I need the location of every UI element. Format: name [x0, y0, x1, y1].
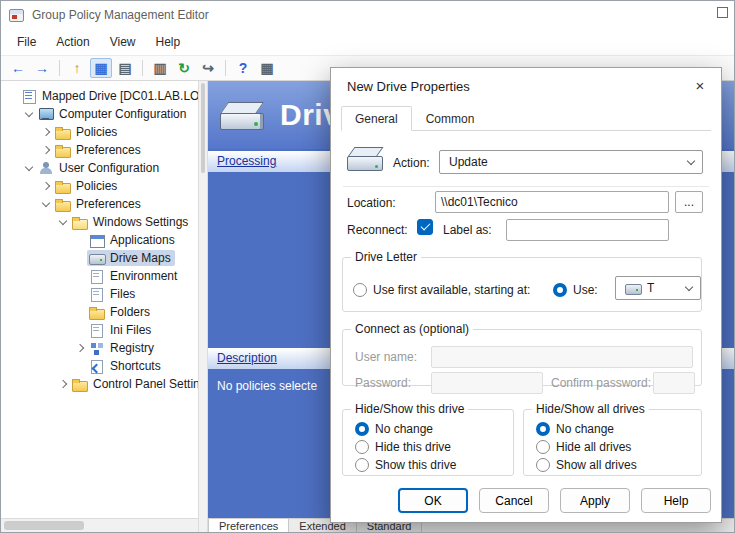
ok-button[interactable]: OK	[398, 488, 468, 513]
print-icon[interactable]: ▥	[149, 58, 171, 78]
confirm-password-input[interactable]	[653, 372, 695, 394]
refresh-icon[interactable]: ↻	[173, 58, 195, 78]
radio-use-first-available[interactable]: Use first available, starting at:	[353, 281, 530, 299]
tree-item-applications[interactable]: Applications	[1, 231, 198, 249]
radio-button[interactable]	[553, 283, 567, 297]
tree-item-drive-maps[interactable]: Drive Maps	[1, 249, 198, 267]
radio-button[interactable]	[355, 440, 369, 454]
cancel-button[interactable]: Cancel	[479, 488, 549, 513]
maximize-icon[interactable]	[717, 7, 728, 18]
close-icon[interactable]: ×	[689, 74, 711, 96]
tree-item-registry[interactable]: Registry	[1, 339, 198, 357]
chevron-down-icon[interactable]	[22, 107, 36, 121]
chevron-right-icon[interactable]	[39, 143, 53, 157]
properties-icon[interactable]: ▤	[114, 58, 136, 78]
radio-button[interactable]	[355, 422, 369, 436]
help-icon[interactable]: ?	[232, 58, 254, 78]
tree-item-control-panel-setting[interactable]: Control Panel Setting	[1, 375, 198, 393]
tree-item-label: Preferences	[76, 143, 141, 157]
tree-item-windows-settings[interactable]: Windows Settings	[1, 213, 198, 231]
tree-item-content[interactable]: Registry	[87, 340, 158, 356]
tree-item-content[interactable]: Computer Configuration	[36, 106, 190, 122]
radio-button[interactable]	[353, 283, 367, 297]
radio-label: Show this drive	[375, 458, 456, 472]
drive-letter-dropdown[interactable]: T	[615, 276, 701, 300]
chevron-down-icon[interactable]	[39, 197, 53, 211]
location-input[interactable]: \\dc01\Tecnico	[435, 191, 669, 213]
radio-button[interactable]	[536, 440, 550, 454]
tree-item-content[interactable]: User Configuration	[36, 160, 163, 176]
tree-item-user-configuration[interactable]: User Configuration	[1, 159, 198, 177]
radio-hide-all-drives[interactable]: Hide all drives	[536, 438, 701, 456]
show-console-tree-icon[interactable]: ▦	[90, 58, 112, 78]
tree-item-content[interactable]: Policies	[53, 124, 121, 140]
back-icon[interactable]: ←	[7, 58, 29, 78]
tree-item-policies[interactable]: Policies	[1, 177, 198, 195]
help-button[interactable]: Help	[641, 488, 711, 513]
menu-help[interactable]: Help	[146, 31, 191, 53]
tree-item-policies[interactable]: Policies	[1, 123, 198, 141]
chevron-right-icon[interactable]	[39, 125, 53, 139]
tree-item-preferences[interactable]: Preferences	[1, 141, 198, 159]
tree-item-content[interactable]: Files	[87, 286, 139, 302]
radio-button[interactable]	[536, 458, 550, 472]
tree-item-computer-configuration[interactable]: Computer Configuration	[1, 105, 198, 123]
chevron-right-icon[interactable]	[39, 179, 53, 193]
tree-item-content[interactable]: Ini Files	[87, 322, 155, 338]
tree-item-files[interactable]: Files	[1, 285, 198, 303]
tree-item-content[interactable]: Policies	[53, 178, 121, 194]
tree-item-content[interactable]: Environment	[87, 268, 181, 284]
menu-view[interactable]: View	[100, 31, 146, 53]
browse-button[interactable]: ...	[675, 191, 703, 213]
radio-no-change[interactable]: No change	[355, 420, 513, 438]
tree-item-environment[interactable]: Environment	[1, 267, 198, 285]
tree-item-folders[interactable]: Folders	[1, 303, 198, 321]
radio-hide-this-drive[interactable]: Hide this drive	[355, 438, 513, 456]
tree-item-content[interactable]: Control Panel Setting	[70, 376, 198, 392]
label-as-input[interactable]	[506, 219, 669, 241]
scrollbar-thumb[interactable]	[4, 521, 84, 530]
forward-icon[interactable]: →	[31, 58, 53, 78]
tree-item-content[interactable]: Folders	[87, 304, 154, 320]
chevron-right-icon[interactable]	[56, 377, 70, 391]
dialog-title: New Drive Properties	[347, 79, 470, 94]
menu-action[interactable]: Action	[46, 31, 99, 53]
radio-show-all-drives[interactable]: Show all drives	[536, 456, 701, 474]
tree-vertical-scrollbar[interactable]	[198, 81, 208, 532]
tree-item-ini-files[interactable]: Ini Files	[1, 321, 198, 339]
drive-icon	[89, 251, 105, 265]
up-one-level-icon[interactable]: ↑	[66, 58, 88, 78]
tree-item-shortcuts[interactable]: Shortcuts	[1, 357, 198, 375]
password-input[interactable]	[431, 372, 543, 394]
tree-item-content[interactable]: Applications	[87, 232, 179, 248]
reconnect-checkbox[interactable]	[417, 219, 433, 235]
radio-use[interactable]: Use:	[553, 281, 598, 299]
tree-item-content[interactable]: Mapped Drive [DC01.LAB.LOCA	[19, 88, 198, 104]
tree-item-content[interactable]: Preferences	[53, 196, 145, 212]
export-list-icon[interactable]: ↪	[197, 58, 219, 78]
scrollbar-thumb[interactable]	[201, 83, 205, 173]
tree-item-content[interactable]: Drive Maps	[87, 250, 175, 266]
radio-no-change[interactable]: No change	[536, 420, 701, 438]
chevron-down-icon[interactable]	[56, 215, 70, 229]
tree-item-mapped-drive-dc01-lab-loca[interactable]: Mapped Drive [DC01.LAB.LOCA	[1, 87, 198, 105]
action-dropdown[interactable]: Update	[439, 150, 703, 174]
menu-file[interactable]: File	[7, 31, 46, 53]
tab-general[interactable]: General	[341, 106, 412, 131]
apply-button[interactable]: Apply	[560, 488, 630, 513]
tree-item-content[interactable]: Windows Settings	[70, 214, 192, 230]
chevron-down-icon[interactable]	[22, 161, 36, 175]
chevron-right-icon[interactable]	[73, 341, 87, 355]
radio-button[interactable]	[355, 458, 369, 472]
tree-item-preferences[interactable]: Preferences	[1, 195, 198, 213]
tree-item-content[interactable]: Shortcuts	[87, 358, 165, 374]
radio-button[interactable]	[536, 422, 550, 436]
view-tab-preferences[interactable]: Preferences	[208, 519, 289, 532]
radio-show-this-drive[interactable]: Show this drive	[355, 456, 513, 474]
tree-horizontal-scrollbar[interactable]	[1, 518, 198, 532]
user-name-input[interactable]	[431, 346, 693, 368]
view-menu-icon[interactable]: ▦	[256, 58, 278, 78]
app-icon	[89, 233, 105, 247]
tab-common[interactable]: Common	[412, 106, 489, 130]
tree-item-content[interactable]: Preferences	[53, 142, 145, 158]
